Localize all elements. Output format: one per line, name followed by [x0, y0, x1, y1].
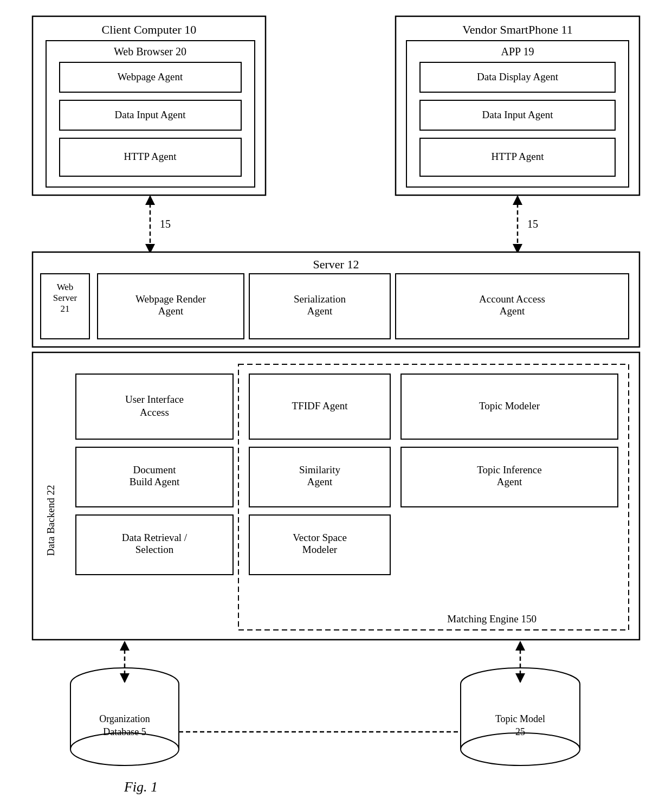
svg-text:Document: Document — [133, 464, 176, 475]
svg-text:Agent: Agent — [158, 305, 184, 317]
svg-text:Web: Web — [57, 282, 74, 292]
svg-text:Agent: Agent — [500, 305, 525, 317]
svg-text:Access: Access — [140, 407, 169, 418]
svg-point-73 — [70, 733, 179, 765]
svg-text:Fig. 1: Fig. 1 — [124, 779, 158, 795]
svg-text:Topic Inference: Topic Inference — [477, 464, 541, 475]
svg-text:Build Agent: Build Agent — [130, 476, 180, 487]
svg-text:Webpage Render: Webpage Render — [135, 293, 206, 305]
svg-marker-22 — [145, 195, 155, 205]
svg-text:HTTP Agent: HTTP Agent — [492, 151, 545, 162]
svg-text:Database 5: Database 5 — [103, 726, 146, 737]
svg-text:Topic Model: Topic Model — [495, 713, 545, 724]
svg-text:Webpage Agent: Webpage Agent — [118, 71, 183, 82]
svg-text:Similarity: Similarity — [299, 464, 341, 475]
svg-text:Agent: Agent — [307, 305, 333, 317]
svg-text:15: 15 — [527, 218, 538, 230]
svg-text:21: 21 — [61, 304, 70, 314]
svg-text:HTTP Agent: HTTP Agent — [124, 151, 177, 162]
svg-text:Data Input Agent: Data Input Agent — [115, 109, 186, 120]
svg-text:APP 19: APP 19 — [501, 46, 534, 57]
svg-text:User Interface: User Interface — [125, 394, 184, 405]
svg-marker-26 — [513, 195, 522, 205]
svg-text:Data Retrieval /: Data Retrieval / — [122, 532, 188, 543]
svg-text:Topic Modeler: Topic Modeler — [479, 400, 540, 411]
svg-text:Agent: Agent — [307, 476, 333, 487]
svg-text:Vector Space: Vector Space — [293, 532, 347, 543]
svg-text:Organization: Organization — [99, 713, 150, 724]
svg-text:Serialization: Serialization — [294, 293, 346, 305]
svg-text:Web Browser 20: Web Browser 20 — [114, 46, 186, 57]
svg-text:Data Display Agent: Data Display Agent — [477, 71, 559, 82]
svg-text:Modeler: Modeler — [302, 544, 338, 555]
svg-text:Data Backend 22: Data Backend 22 — [45, 485, 56, 556]
svg-text:Matching Engine 150: Matching Engine 150 — [447, 613, 537, 625]
svg-text:Account Access: Account Access — [479, 293, 545, 305]
svg-text:25: 25 — [515, 726, 525, 737]
svg-text:Server 12: Server 12 — [313, 258, 359, 271]
svg-marker-84 — [120, 641, 130, 651]
svg-text:Server: Server — [53, 293, 77, 303]
svg-text:Data Input Agent: Data Input Agent — [482, 109, 554, 120]
svg-text:15: 15 — [160, 218, 171, 230]
svg-text:Client Computer 10: Client Computer 10 — [102, 23, 197, 36]
svg-text:Agent: Agent — [497, 476, 522, 487]
svg-point-80 — [461, 733, 580, 765]
svg-text:TFIDF Agent: TFIDF Agent — [292, 400, 348, 411]
svg-marker-88 — [515, 641, 525, 651]
svg-text:Vendor SmartPhone 11: Vendor SmartPhone 11 — [462, 23, 572, 36]
svg-text:Selection: Selection — [135, 544, 174, 555]
